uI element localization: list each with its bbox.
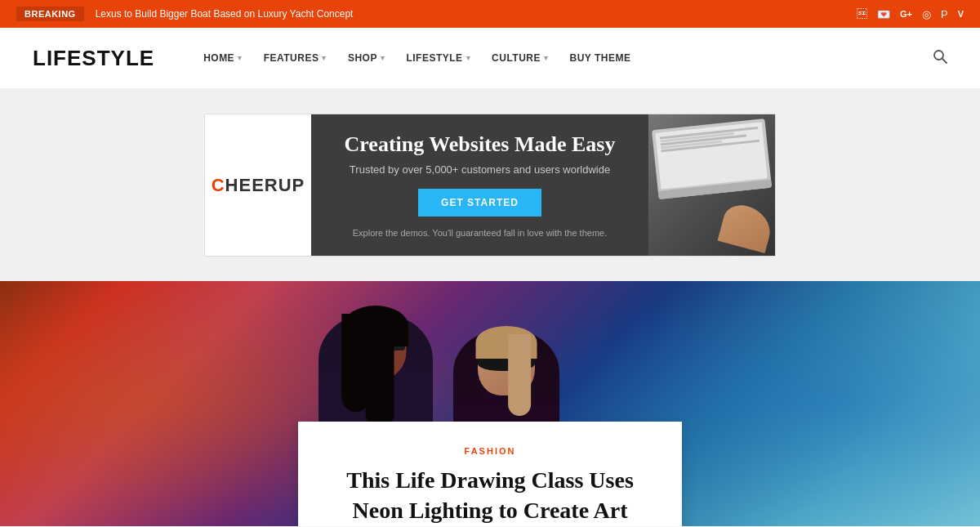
get-started-button[interactable]: GET STARTED xyxy=(418,189,541,217)
facebook-icon[interactable]:  xyxy=(857,7,867,20)
svg-line-1 xyxy=(942,59,947,63)
site-logo[interactable]: LIFESTYLE xyxy=(33,46,154,71)
nav-features[interactable]: FEATURES ▾ xyxy=(256,46,335,70)
banner-section: CHEERUP Creating Websites Made Easy Trus… xyxy=(0,89,980,281)
vimeo-icon[interactable]: V xyxy=(958,9,964,19)
search-icon[interactable] xyxy=(933,49,947,67)
nav-shop[interactable]: SHOP ▾ xyxy=(340,46,394,70)
twitter-icon[interactable]: 💌 xyxy=(877,8,890,20)
nav-buy-theme[interactable]: BUY THEME xyxy=(562,46,639,70)
banner-image xyxy=(648,114,775,256)
breaking-label: BREAKING xyxy=(16,7,84,21)
breaking-text[interactable]: Lexus to Build Bigger Boat Based on Luxu… xyxy=(96,8,857,20)
social-icons-bar:  💌 G+ ◎ P V xyxy=(857,7,964,20)
chevron-down-icon: ▾ xyxy=(466,54,471,62)
banner-subtitle: Trusted by over 5,000+ customers and use… xyxy=(350,163,610,176)
googleplus-icon[interactable]: G+ xyxy=(900,9,912,19)
banner-note: Explore the demos. You'll guaranteed fal… xyxy=(353,228,608,238)
chevron-down-icon: ▾ xyxy=(544,54,549,62)
banner-title: Creating Websites Made Easy xyxy=(345,132,616,157)
feature-card: FASHION This Life Drawing Class Uses Neo… xyxy=(298,422,682,526)
chevron-down-icon: ▾ xyxy=(381,54,385,62)
cheerup-c: C xyxy=(212,175,225,195)
nav-culture[interactable]: CULTURE ▾ xyxy=(483,46,556,70)
pinterest-icon[interactable]: P xyxy=(941,8,948,20)
cheerup-rest: HEERUP xyxy=(225,175,305,195)
chevron-down-icon: ▾ xyxy=(322,54,327,62)
nav-features-label: FEATURES xyxy=(264,52,319,64)
feature-title[interactable]: This Life Drawing Class Uses Neon Lighti… xyxy=(331,466,649,525)
nav-culture-label: CULTURE xyxy=(492,52,541,64)
nav-home-label: HOME xyxy=(203,52,234,64)
banner-logo-area: CHEERUP xyxy=(205,114,311,256)
main-nav: HOME ▾ FEATURES ▾ SHOP ▾ LIFESTYLE ▾ CUL… xyxy=(195,46,933,70)
svg-point-0 xyxy=(934,51,943,60)
nav-buy-theme-label: BUY THEME xyxy=(570,52,631,64)
instagram-icon[interactable]: ◎ xyxy=(922,8,931,20)
feature-category: FASHION xyxy=(331,446,649,456)
banner-image-inner xyxy=(648,114,775,256)
nav-home[interactable]: HOME ▾ xyxy=(195,46,251,70)
nav-lifestyle[interactable]: LIFESTYLE ▾ xyxy=(398,46,479,70)
ad-banner: CHEERUP Creating Websites Made Easy Trus… xyxy=(204,114,776,257)
cheerup-logo: CHEERUP xyxy=(212,175,305,196)
banner-content: Creating Websites Made Easy Trusted by o… xyxy=(311,114,648,256)
feature-image-area: FASHION This Life Drawing Class Uses Neo… xyxy=(0,281,980,526)
breaking-bar: BREAKING Lexus to Build Bigger Boat Base… xyxy=(0,0,980,28)
nav-lifestyle-label: LIFESTYLE xyxy=(406,52,462,64)
chevron-down-icon: ▾ xyxy=(238,54,243,62)
nav-shop-label: SHOP xyxy=(348,52,377,64)
header: LIFESTYLE HOME ▾ FEATURES ▾ SHOP ▾ LIFES… xyxy=(0,28,980,89)
